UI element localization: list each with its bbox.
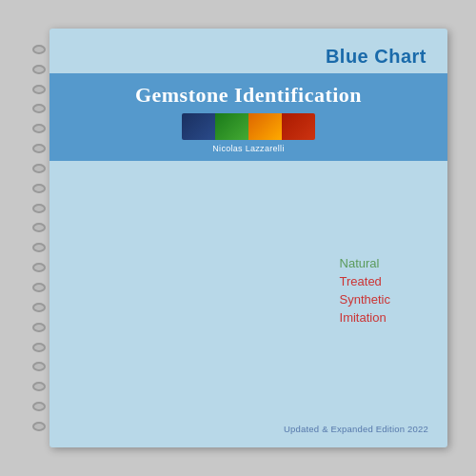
spiral-loop	[32, 402, 46, 411]
header-band: Gemstone Identification Nicolas Lazzarel…	[50, 73, 447, 161]
spiral-loop	[32, 124, 46, 133]
spiral-loop	[32, 144, 46, 153]
content-area: NaturalTreatedSyntheticImitation	[50, 161, 447, 447]
category-item-natural: Natural	[340, 256, 380, 270]
color-segment-seg1	[182, 113, 215, 140]
spiral-loop	[32, 45, 46, 54]
gemstone-title: Gemstone Identification	[50, 83, 447, 108]
color-segment-seg3	[248, 113, 282, 140]
spiral-loop	[32, 362, 46, 371]
spiral-loop	[32, 243, 46, 252]
author-text: Nicolas Lazzarelli	[50, 144, 447, 153]
spiral-loop	[32, 422, 46, 431]
category-item-synthetic: Synthetic	[340, 292, 390, 307]
color-segment-seg2	[215, 113, 248, 140]
spiral-loop	[32, 164, 46, 173]
book-wrapper: Blue Chart Gemstone Identification Nicol…	[29, 29, 447, 447]
category-list: NaturalTreatedSyntheticImitation	[340, 256, 390, 325]
spiral-loop	[32, 263, 46, 272]
spiral-loop	[32, 303, 46, 312]
edition-text: Updated & Expanded Edition 2022	[284, 424, 428, 434]
spiral-loop	[32, 283, 46, 292]
spiral-loop	[32, 65, 46, 74]
spiral-loop	[32, 85, 46, 94]
spiral-loop	[32, 184, 46, 193]
color-segment-seg4	[282, 113, 315, 140]
color-bar	[182, 113, 315, 140]
spiral-loop	[32, 343, 46, 352]
spiral-loop	[32, 382, 46, 391]
category-item-treated: Treated	[340, 274, 382, 288]
spiral-loop	[32, 323, 46, 332]
spiral-loop	[32, 104, 46, 113]
spiral-loop	[32, 223, 46, 232]
spiral-binding	[29, 29, 50, 447]
spiral-loop	[32, 204, 46, 213]
book-cover: Blue Chart Gemstone Identification Nicol…	[50, 29, 447, 447]
blue-chart-label: Blue Chart	[50, 29, 447, 73]
category-item-imitation: Imitation	[340, 310, 387, 325]
